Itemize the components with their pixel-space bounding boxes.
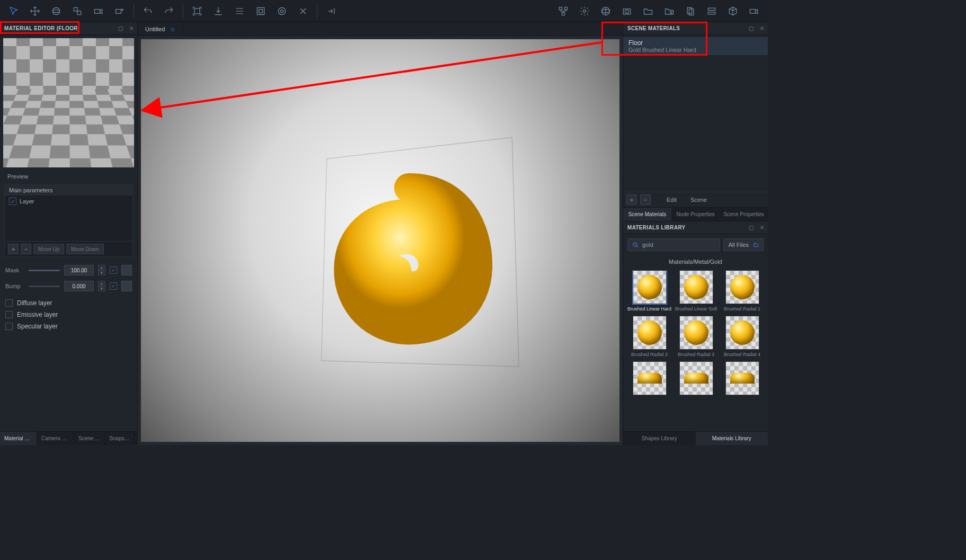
mask-spinner[interactable]: ▲▼ <box>98 265 105 275</box>
tab-materials-library[interactable]: Materials Library <box>696 432 768 445</box>
stack-icon[interactable] <box>702 2 721 21</box>
material-thumb[interactable] <box>627 361 671 403</box>
materials-library-title: MATERIALS LIBRARY <box>627 225 686 230</box>
material-thumb[interactable]: Brushed Radial 1 <box>721 270 764 312</box>
material-thumb[interactable] <box>721 361 764 403</box>
scene-material-item[interactable]: Floor Gold Brushed Linear Hard <box>623 37 768 55</box>
material-editor-title: MATERIAL EDITOR (FLOOR) <box>4 25 79 31</box>
main-parameters-box: Main parameters ✓ Layer + − Move Up Move… <box>4 184 133 257</box>
video-camera-icon[interactable] <box>745 2 764 21</box>
tab-scene[interactable]: Scene … <box>74 432 105 445</box>
bump-value[interactable]: 0.000 <box>64 281 94 291</box>
svg-rect-12 <box>565 7 568 10</box>
link-icon[interactable] <box>272 2 291 21</box>
camera-tool-icon[interactable] <box>89 2 108 21</box>
svg-point-1 <box>52 10 59 12</box>
library-bottom-tabs: Shapes Library Materials Library <box>623 431 768 445</box>
library-search-input[interactable]: gold <box>627 238 720 251</box>
svg-rect-20 <box>687 7 692 14</box>
scene-materials-list: Floor Gold Brushed Linear Hard <box>623 35 768 192</box>
material-preview[interactable] <box>3 38 134 167</box>
material-thumb[interactable] <box>675 361 717 403</box>
group-icon[interactable] <box>251 2 270 21</box>
library-filter-dropdown[interactable]: All Files 🗀 <box>723 238 764 251</box>
add-material-button[interactable]: + <box>626 194 637 205</box>
add-layer-button[interactable]: + <box>8 244 19 254</box>
bump-checkbox[interactable]: ✓ <box>110 282 117 290</box>
align-icon[interactable] <box>230 2 249 21</box>
move-down-button[interactable]: Move Down <box>66 244 104 254</box>
globe-icon[interactable] <box>596 2 615 21</box>
material-thumb[interactable]: Brushed Radial 4 <box>721 316 764 357</box>
mask-checkbox[interactable]: ✓ <box>110 266 117 274</box>
viewport[interactable] <box>141 39 619 442</box>
layer-checkbox[interactable]: ✓ <box>9 198 16 205</box>
folder-shapes-icon[interactable] <box>660 2 679 21</box>
material-thumb[interactable]: Brushed Radial 2 <box>627 316 671 357</box>
scene-materials-title: SCENE MATERIALS <box>627 25 680 31</box>
maximize-icon[interactable]: ▢ <box>748 25 755 32</box>
material-thumb[interactable]: Brushed Linear Soft <box>675 270 717 312</box>
tab-camera-settings[interactable]: Camera Setti… <box>37 432 74 445</box>
maximize-icon[interactable]: ▢ <box>748 224 755 232</box>
close-icon[interactable]: ✕ <box>758 224 766 232</box>
tab-snapshots[interactable]: Snaps… <box>105 432 134 445</box>
rotate-tool-icon[interactable] <box>47 2 66 21</box>
cursor-tool-icon[interactable] <box>4 2 23 21</box>
remove-material-button[interactable]: − <box>640 194 651 205</box>
svg-point-9 <box>278 7 285 14</box>
close-icon[interactable]: ✕ <box>758 25 766 32</box>
export-icon[interactable] <box>322 2 341 21</box>
move-tool-icon[interactable] <box>25 2 45 21</box>
settings-gear-icon[interactable] <box>575 2 594 21</box>
svg-rect-7 <box>257 7 264 14</box>
tab-node-properties[interactable]: Node Properties <box>671 208 720 221</box>
scene-button[interactable]: Scene <box>685 194 712 205</box>
specular-layer-toggle[interactable]: Specular layer <box>5 321 132 332</box>
scene-object <box>323 152 495 361</box>
edit-button[interactable]: Edit <box>661 194 682 205</box>
scene-material-name: Floor <box>628 39 763 47</box>
bump-texture-swatch[interactable] <box>121 281 132 291</box>
diffuse-layer-toggle[interactable]: Diffuse layer <box>5 297 132 309</box>
bump-spinner[interactable]: ▲▼ <box>98 281 105 291</box>
svg-rect-22 <box>708 8 715 10</box>
emissive-layer-toggle[interactable]: Emissive layer <box>5 309 132 321</box>
folder-icon: 🗀 <box>753 242 759 248</box>
right-column: SCENE MATERIALS ▢ ✕ Floor Gold Brushed L… <box>623 22 768 445</box>
layer-row[interactable]: ✓ Layer <box>5 195 132 207</box>
top-toolbar <box>0 0 768 22</box>
close-icon[interactable]: ✕ <box>128 25 135 32</box>
mask-slider[interactable] <box>29 270 60 271</box>
add-camera-icon[interactable] <box>110 2 129 21</box>
mask-texture-swatch[interactable] <box>121 265 132 275</box>
material-thumb[interactable]: Brushed Linear Hard <box>627 270 671 312</box>
frame-icon[interactable] <box>188 2 207 21</box>
move-up-button[interactable]: Move Up <box>33 244 64 254</box>
camera-panel-icon[interactable] <box>617 2 636 21</box>
remove-layer-button[interactable]: − <box>21 244 31 254</box>
cube-icon[interactable] <box>723 2 742 21</box>
bump-slider[interactable] <box>29 286 60 287</box>
scale-tool-icon[interactable] <box>68 2 87 21</box>
tab-scene-materials[interactable]: Scene Materials <box>623 208 671 221</box>
mask-value[interactable]: 100.00 <box>64 265 94 275</box>
folder-open-icon[interactable] <box>639 2 658 21</box>
nodes-panel-icon[interactable] <box>554 2 573 21</box>
drop-to-floor-icon[interactable] <box>209 2 228 21</box>
search-value: gold <box>642 242 653 248</box>
redo-icon[interactable] <box>159 2 179 21</box>
cards-icon[interactable] <box>681 2 700 21</box>
svg-rect-13 <box>562 12 565 15</box>
mask-label: Mask <box>5 267 24 273</box>
tab-shapes-library[interactable]: Shapes Library <box>623 432 696 445</box>
material-thumb[interactable]: Brushed Radial 3 <box>675 316 717 357</box>
maximize-icon[interactable]: ▢ <box>117 25 125 32</box>
unsaved-indicator-icon: ○ <box>170 25 174 33</box>
undo-icon[interactable] <box>138 2 157 21</box>
document-tab[interactable]: Untitled ○ <box>138 22 183 35</box>
misc-tool-icon[interactable] <box>294 2 313 21</box>
center-column: Untitled ○ <box>138 22 623 445</box>
tab-scene-properties[interactable]: Scene Properties <box>720 208 768 221</box>
tab-material-editor[interactable]: Material Ed… <box>0 432 37 445</box>
